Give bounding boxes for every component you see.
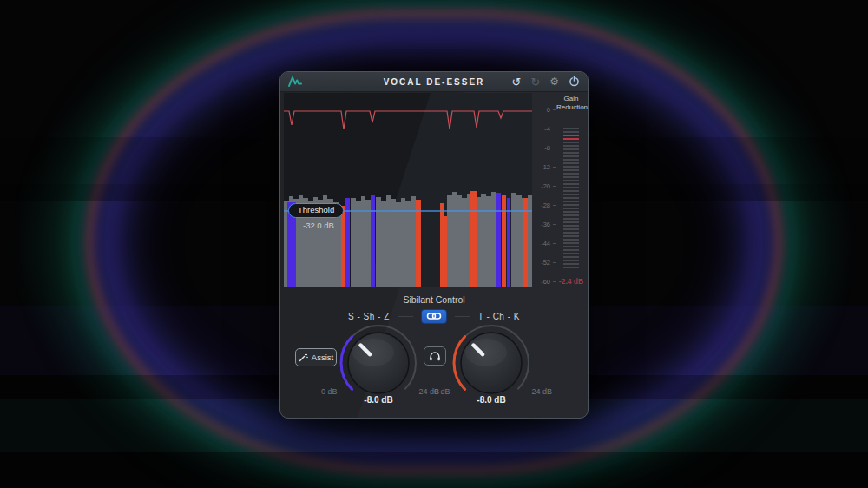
axis-tick: -20 bbox=[534, 181, 556, 190]
axis-tick: -4 bbox=[534, 124, 556, 133]
axis-tick: -60 bbox=[534, 277, 556, 286]
backdrop-band bbox=[0, 452, 868, 488]
chain-link-icon bbox=[426, 310, 442, 322]
axis-ticks: 0-4-8-12-20-28-36-44-52-60 bbox=[534, 93, 556, 287]
vocal-deesser-plugin-window: VOCAL DE-ESSER ↺ ↻ ⚙ Threshold -32.0 dB … bbox=[279, 71, 589, 419]
knob-value: -8.0 dB bbox=[431, 395, 552, 405]
settings-gear-icon[interactable]: ⚙ bbox=[549, 76, 559, 87]
threshold-handle[interactable]: Threshold bbox=[288, 203, 344, 218]
axis-tick: -8 bbox=[534, 143, 556, 152]
gain-reduction-meter: Gain Reduction -2.4 dB bbox=[556, 93, 586, 287]
s-band-reduction-knob[interactable] bbox=[337, 321, 420, 405]
divider bbox=[455, 316, 470, 317]
power-icon[interactable] bbox=[569, 76, 580, 89]
threshold-label: Threshold bbox=[298, 205, 334, 214]
gr-meter-value: -2.4 dB bbox=[556, 277, 586, 286]
waveform-plot bbox=[284, 93, 532, 287]
axis-tick: -52 bbox=[534, 258, 556, 267]
knob-group-t-band: 0 dB -24 dB -8.0 dB bbox=[431, 321, 552, 412]
threshold-value: -32.0 dB bbox=[303, 221, 334, 230]
waveform-display: Threshold -32.0 dB bbox=[284, 93, 532, 287]
axis-tick: -28 bbox=[534, 201, 556, 209]
redo-icon[interactable]: ↻ bbox=[530, 76, 540, 88]
axis-tick: -12 bbox=[534, 162, 556, 171]
undo-icon[interactable]: ↺ bbox=[511, 76, 521, 88]
band-label-t: T - Ch - K bbox=[478, 312, 520, 321]
divider bbox=[398, 316, 413, 317]
axis-tick: -44 bbox=[534, 239, 556, 247]
knob-group-s-band: 0 dB -24 dB -8.0 dB bbox=[318, 321, 439, 412]
band-label-s: S - Sh - Z bbox=[348, 312, 390, 321]
section-title: Sibilant Control bbox=[280, 294, 588, 305]
axis-tick: 0 bbox=[534, 105, 556, 114]
gr-meter-ladder bbox=[563, 128, 579, 272]
gain-reduction-label: Gain Reduction bbox=[556, 95, 586, 112]
titlebar: VOCAL DE-ESSER ↺ ↻ ⚙ bbox=[280, 72, 588, 92]
axis-tick: -36 bbox=[534, 220, 556, 228]
magic-wand-icon bbox=[299, 353, 308, 362]
knob-value: -8.0 dB bbox=[318, 395, 439, 405]
t-band-reduction-knob[interactable] bbox=[450, 321, 533, 405]
